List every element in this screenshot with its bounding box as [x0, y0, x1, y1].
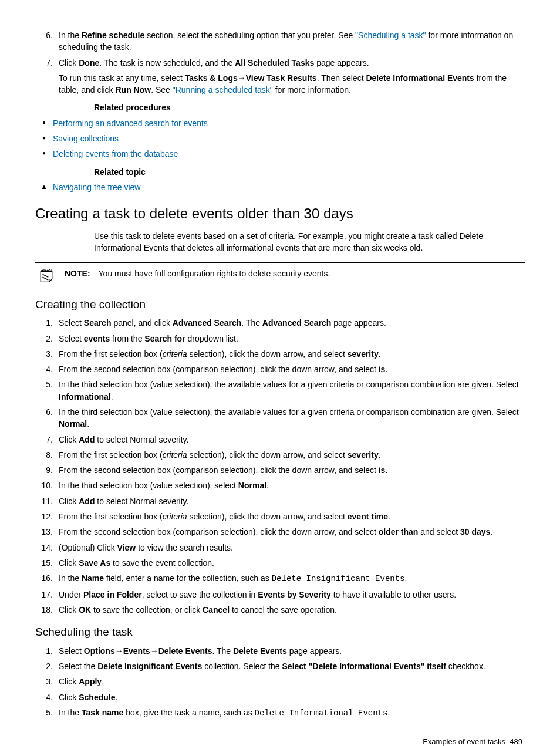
- list-item: 14.(Optional) Click View to view the sea…: [35, 542, 525, 553]
- list-body: From the first selection box (criteria s…: [59, 348, 525, 360]
- cross-reference-link[interactable]: "Running a scheduled task": [173, 85, 273, 94]
- list-number: 6.: [35, 406, 59, 430]
- list-body: Select Search panel, and click Advanced …: [59, 317, 525, 329]
- list-body: In the third selection box (value select…: [59, 379, 525, 403]
- list-number: 5.: [35, 707, 59, 719]
- list-item: ●Performing an advanced search for event…: [35, 117, 525, 129]
- list-body: Click Add to select Normal severity.: [59, 495, 525, 507]
- list-item: 3.From the first selection box (criteria…: [35, 348, 525, 360]
- list-body: From the first selection box (criteria s…: [59, 511, 525, 522]
- list-number: 7.: [35, 434, 59, 445]
- procedure-link[interactable]: Deleting events from the database: [53, 148, 525, 160]
- procedure-link[interactable]: Saving collections: [53, 133, 525, 144]
- list-item: 17.Under Place in Folder, select to save…: [35, 589, 525, 600]
- list-number: 1.: [35, 317, 59, 329]
- list-body: Select the Delete Insignificant Events c…: [59, 660, 525, 672]
- list-body: From the first selection box (criteria s…: [59, 449, 525, 461]
- list-item: 10.In the third selection box (value sel…: [35, 480, 525, 491]
- related-topic-label: Related topic: [94, 166, 525, 178]
- note-icon: [39, 268, 54, 283]
- list-item: ●Saving collections: [35, 133, 525, 144]
- note-text: You must have full configuration rights …: [99, 269, 330, 278]
- list-number: 5.: [35, 379, 59, 403]
- list-item: 6.In the third selection box (value sele…: [35, 406, 525, 430]
- list-number: 13.: [35, 526, 59, 538]
- list-number: 16.: [35, 572, 59, 585]
- list-number: 7.: [35, 57, 59, 96]
- list-body: From the second selection box (compariso…: [59, 464, 525, 476]
- list-body: In the Refine schedule section, select t…: [59, 29, 525, 53]
- list-number: 4.: [35, 691, 59, 703]
- bullet-icon: ●: [35, 117, 53, 129]
- list-body: In the Name field, enter a name for the …: [59, 572, 525, 585]
- heading-creating-collection: Creating the collection: [35, 296, 525, 313]
- list-number: 15.: [35, 557, 59, 569]
- list-number: 6.: [35, 29, 59, 53]
- list-item: 2.Select events from the Search for drop…: [35, 333, 525, 345]
- list-number: 14.: [35, 542, 59, 553]
- list-item: 1.Select Search panel, and click Advance…: [35, 317, 525, 329]
- list-item: 3.Click Apply.: [35, 676, 525, 687]
- cross-reference-link[interactable]: "Scheduling a task": [355, 31, 426, 40]
- related-topic-list: ▲ Navigating the tree view: [35, 181, 525, 193]
- list-body: (Optional) Click View to view the search…: [59, 542, 525, 553]
- heading-paragraph: Use this task to delete events based on …: [94, 230, 525, 254]
- list-item: 1.Select Options→Events→Delete Events. T…: [35, 645, 525, 657]
- bullet-icon: ●: [35, 148, 53, 160]
- list-body: Click Schedule.: [59, 691, 525, 703]
- list-item: 9.From the second selection box (compari…: [35, 464, 525, 476]
- list-body: Click Done. The task is now scheduled, a…: [59, 57, 525, 96]
- list-item: 6.In the Refine schedule section, select…: [35, 29, 525, 53]
- list-item: 12.From the first selection box (criteri…: [35, 511, 525, 522]
- list-item: 16.In the Name field, enter a name for t…: [35, 572, 525, 585]
- list-item: 7.Click Add to select Normal severity.: [35, 434, 525, 445]
- creating-steps-list: 1.Select Search panel, and click Advance…: [35, 317, 525, 616]
- list-number: 1.: [35, 645, 59, 657]
- list-number: 4.: [35, 363, 59, 375]
- list-body: Click Apply.: [59, 676, 525, 687]
- list-item: 18.Click OK to save the collection, or c…: [35, 604, 525, 616]
- list-number: 3.: [35, 676, 59, 687]
- list-item: 13.From the second selection box (compar…: [35, 526, 525, 538]
- list-number: 9.: [35, 464, 59, 476]
- bullet-icon: ●: [35, 133, 53, 144]
- triangle-icon: ▲: [35, 181, 53, 193]
- list-item: 15.Click Save As to save the event colle…: [35, 557, 525, 569]
- top-steps-list: 6.In the Refine schedule section, select…: [35, 29, 525, 96]
- list-body: Select events from the Search for dropdo…: [59, 333, 525, 345]
- list-number: 12.: [35, 511, 59, 522]
- list-number: 2.: [35, 660, 59, 672]
- related-procedures-list: ●Performing an advanced search for event…: [35, 117, 525, 160]
- list-item: ●Deleting events from the database: [35, 148, 525, 160]
- list-number: 17.: [35, 589, 59, 600]
- related-procedures-label: Related procedures: [94, 102, 525, 113]
- list-body: In the third selection box (value select…: [59, 480, 525, 491]
- footer-text: Examples of event tasks: [423, 737, 505, 746]
- list-body: Click Add to select Normal severity.: [59, 434, 525, 445]
- list-number: 10.: [35, 480, 59, 491]
- list-body: Under Place in Folder, select to save th…: [59, 589, 525, 600]
- list-body: Select Options→Events→Delete Events. The…: [59, 645, 525, 657]
- page-footer: Examples of event tasks 489: [35, 737, 525, 746]
- related-topic-link[interactable]: Navigating the tree view: [53, 181, 525, 193]
- note-label: NOTE:: [65, 269, 90, 278]
- heading-create-task: Creating a task to delete events older t…: [35, 204, 525, 224]
- list-item: 4.From the second selection box (compari…: [35, 363, 525, 375]
- list-body: Click OK to save the collection, or clic…: [59, 604, 525, 616]
- list-number: 18.: [35, 604, 59, 616]
- list-sub: To run this task at any time, select Tas…: [59, 72, 525, 96]
- list-body: Click Save As to save the event collecti…: [59, 557, 525, 569]
- list-item: 4.Click Schedule.: [35, 691, 525, 703]
- list-body: In the third selection box (value select…: [59, 406, 525, 430]
- list-item: 2.Select the Delete Insignificant Events…: [35, 660, 525, 672]
- list-item: 7.Click Done. The task is now scheduled,…: [35, 57, 525, 96]
- list-item: 5.In the third selection box (value sele…: [35, 379, 525, 403]
- list-number: 8.: [35, 449, 59, 461]
- list-body: From the second selection box (compariso…: [59, 363, 525, 375]
- list-number: 11.: [35, 495, 59, 507]
- list-body: From the second selection box (compariso…: [59, 526, 525, 538]
- note-box: NOTE:You must have full configuration ri…: [35, 262, 525, 288]
- list-number: 2.: [35, 333, 59, 345]
- procedure-link[interactable]: Performing an advanced search for events: [53, 117, 525, 129]
- list-item: 8.From the first selection box (criteria…: [35, 449, 525, 461]
